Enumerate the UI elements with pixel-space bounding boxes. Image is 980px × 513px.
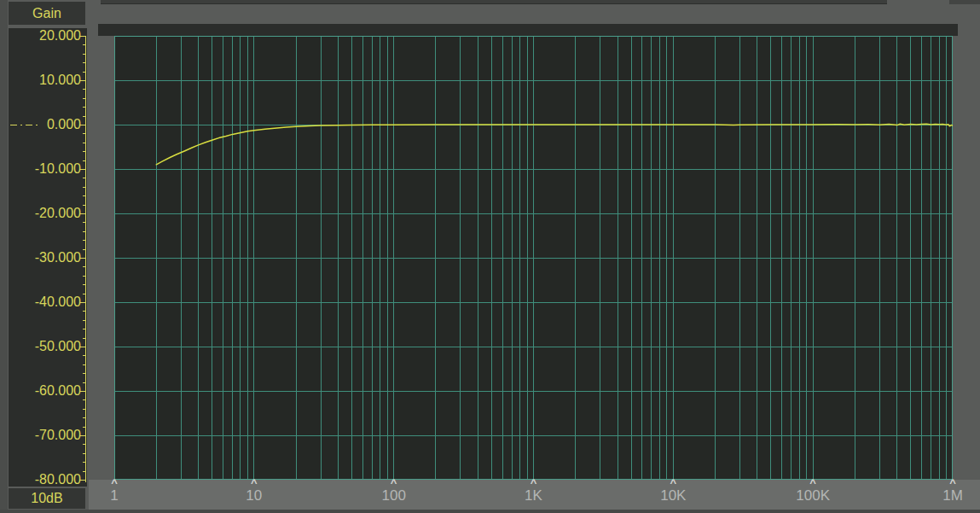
gain-axis-label: Gain [32,6,61,21]
gain-trace [156,124,953,165]
x-axis-strip [89,480,980,510]
plot-area[interactable] [114,36,953,480]
top-scrollbar-track[interactable] [949,0,980,4]
gain-axis-button[interactable]: Gain [9,2,85,25]
bottom-edge-strip [0,510,980,513]
db-per-div-button[interactable]: 10dB [9,488,85,509]
grid-and-trace-svg [114,36,953,480]
chart-top-margin [98,24,958,36]
db-per-div-label: 10dB [31,491,62,506]
top-scrollbar[interactable] [101,0,887,4]
left-edge-strip [0,0,8,513]
y-axis-panel[interactable] [9,28,87,487]
